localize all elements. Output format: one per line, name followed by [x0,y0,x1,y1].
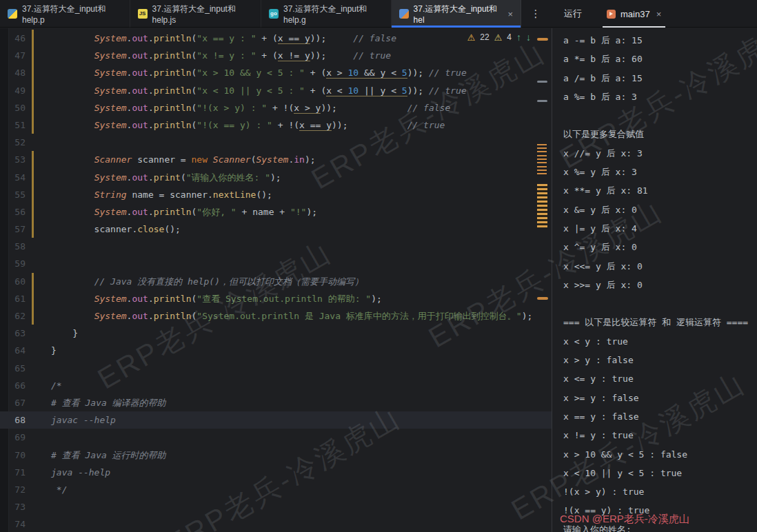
code-line[interactable]: 74 [0,515,552,532]
change-marker [32,377,34,394]
code-text: System.out.println("System.out.println 是… [51,307,532,325]
stripe-mark-dash-orange[interactable] [537,297,548,300]
stripe-mark-dash-orange[interactable] [537,38,548,41]
active-tab-underline [603,26,665,28]
code-line[interactable]: 47 System.out.println("x != y : " + (x !… [0,47,552,64]
line-number[interactable]: 69 [0,429,26,446]
code-line[interactable]: 59 [0,255,552,272]
editor-tab[interactable]: 37.运算符大全_input和help.p [0,0,130,28]
line-number[interactable]: 49 [0,82,26,99]
code-line[interactable]: 53 Scanner scanner = new Scanner(System.… [0,151,552,168]
code-text: System.out.println("!(x == y) : " + !(x … [51,116,445,134]
line-number[interactable]: 55 [0,186,26,203]
console-line: !(x > y) : true [552,482,757,501]
code-line[interactable]: 64} [0,342,552,359]
line-number[interactable]: 71 [0,464,26,481]
line-number[interactable]: 61 [0,290,26,307]
code-text: // Java 没有直接的 help()，但可以打印文档（需要手动编写） [51,273,363,290]
code-line[interactable]: 68javac --help [0,411,552,429]
code-line[interactable]: 63 } [0,325,552,342]
line-number[interactable]: 66 [0,377,26,394]
line-number[interactable]: 50 [0,99,26,116]
code-line[interactable]: 69 [0,429,552,446]
line-number[interactable]: 56 [0,203,26,221]
code-line[interactable]: 66/* [0,377,552,394]
close-icon[interactable]: × [507,9,513,19]
console-line: x <= y : true [552,369,757,388]
stripe-mark-bars[interactable] [537,166,547,174]
code-line[interactable]: 67# 查看 Java 编译器的帮助 [0,394,552,411]
line-number[interactable]: 53 [0,151,26,168]
console-line: x %= y 后 x: 3 [552,163,757,181]
line-number[interactable]: 52 [0,134,26,151]
code-line[interactable]: 62 System.out.println("System.out.printl… [0,307,552,325]
editor-lines: 46 System.out.println("x == y : " + (x =… [0,30,552,532]
stripe-mark-bars[interactable] [537,144,547,152]
code-line[interactable]: 55 String name = scanner.nextLine(); [0,186,552,203]
change-marker [32,47,34,64]
line-number[interactable]: 62 [0,307,26,325]
line-number[interactable]: 57 [0,221,26,238]
line-number[interactable]: 67 [0,394,26,411]
code-line[interactable]: 57 scanner.close(); [0,221,552,238]
code-line[interactable]: 72 */ [0,481,552,498]
run-tab-main37[interactable]: main37 × [600,0,668,28]
line-number[interactable]: 68 [0,411,26,429]
tab-label: 37.运算符大全_input和help.p [22,3,122,25]
prev-warning-icon[interactable]: ↑ [516,32,521,43]
close-icon[interactable]: × [656,9,662,19]
line-number[interactable]: 64 [0,342,26,359]
line-number[interactable]: 46 [0,30,26,47]
change-marker [32,186,34,203]
line-number[interactable]: 48 [0,64,26,81]
change-marker [32,429,34,446]
line-number[interactable]: 72 [0,481,26,498]
line-number[interactable]: 58 [0,238,26,255]
js-icon: JS [138,9,148,19]
line-number[interactable]: 73 [0,498,26,515]
editor-tab[interactable]: 37.运算符大全_input和hel× [392,0,521,28]
code-line[interactable]: 54 System.out.print("请输入你的姓名: "); [0,169,552,186]
code-line[interactable]: 50 System.out.println("!(x > y) : " + !(… [0,99,552,116]
change-marker [32,221,34,238]
line-number[interactable]: 60 [0,273,26,290]
code-line[interactable]: 70# 查看 Java 运行时的帮助 [0,447,552,464]
code-line[interactable]: 58 [0,238,552,255]
stripe-mark-dash-grey[interactable] [537,81,547,83]
change-marker [32,255,34,272]
code-line[interactable]: 60 // Java 没有直接的 help()，但可以打印文档（需要手动编写） [0,273,552,290]
stripe-mark-bars[interactable] [537,155,547,163]
next-warning-icon[interactable]: ↓ [526,32,531,43]
code-line[interactable]: 56 System.out.println("你好, " + name + "!… [0,203,552,221]
error-stripe[interactable] [536,28,552,532]
stripe-mark-stripes[interactable] [537,184,547,228]
code-line[interactable]: 49 System.out.println("x < 10 || y < 5 :… [0,82,552,99]
line-number[interactable]: 54 [0,169,26,186]
code-text: # 查看 Java 编译器的帮助 [51,394,166,411]
line-number[interactable]: 59 [0,255,26,272]
change-marker [32,64,34,81]
code-line[interactable]: 61 System.out.println("查看 System.out.pri… [0,290,552,307]
code-line[interactable]: 73 [0,498,552,515]
line-number[interactable]: 63 [0,325,26,342]
code-editor[interactable]: 46 System.out.println("x == y : " + (x =… [0,28,552,532]
editor-tab[interactable]: JS37.运算符大全_input和help.js [130,0,261,28]
run-console[interactable]: a -= b 后 a: 15a *= b 后 a: 60a /= b 后 a: … [552,28,757,532]
code-line[interactable]: 52 [0,134,552,151]
code-line[interactable]: 51 System.out.println("!(x == y) : " + !… [0,116,552,134]
editor-tab[interactable]: go37.运算符大全_input和help.g [261,0,392,28]
line-number[interactable]: 51 [0,116,26,134]
console-line: a -= b 后 a: 15 [552,31,757,50]
more-tabs-icon[interactable]: ⋮ [524,0,547,28]
code-line[interactable]: 65 [0,360,552,377]
code-line[interactable]: 71java --help [0,464,552,481]
stripe-mark-dash-grey[interactable] [537,100,547,102]
change-marker [32,411,34,429]
line-number[interactable]: 65 [0,360,26,377]
code-line[interactable]: 48 System.out.println("x > 10 && y < 5 :… [0,64,552,81]
line-number[interactable]: 74 [0,515,26,532]
line-number[interactable]: 70 [0,447,26,464]
line-number[interactable]: 47 [0,47,26,64]
inspections-widget[interactable]: ⚠ 22 ⚠ 4 ↑ ↓ [467,32,531,43]
console-line: x //= y 后 x: 3 [552,144,757,163]
